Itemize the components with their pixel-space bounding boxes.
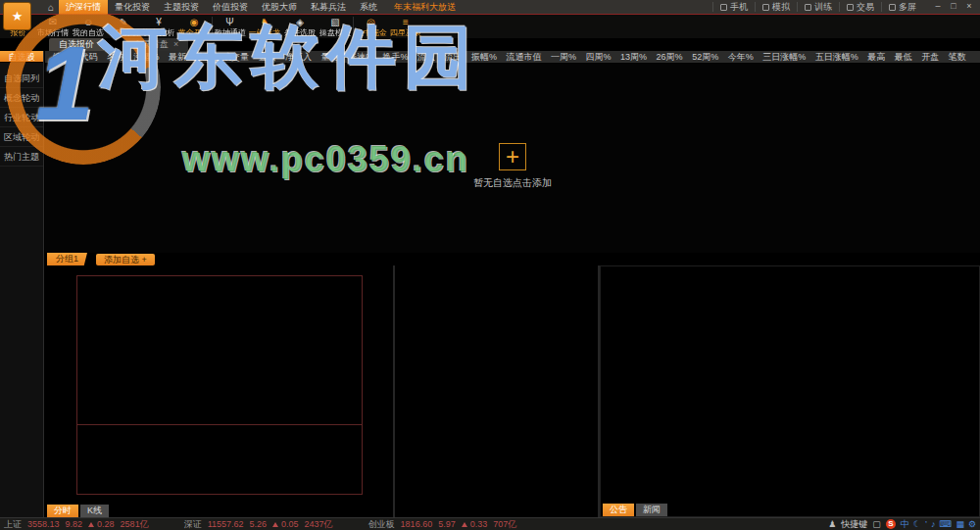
toolbar-button[interactable]: ◉ 黄金买点	[176, 17, 212, 38]
tray-app-icon[interactable]: ♟	[828, 519, 836, 529]
column-header[interactable]: 成交量	[222, 51, 249, 63]
toolbar-button[interactable]: ✎ 个股分析	[106, 17, 141, 38]
quick-link[interactable]: 模拟	[755, 2, 797, 12]
menu-item[interactable]: 系统	[353, 0, 384, 14]
menu-item-label: 量化投资	[115, 2, 150, 12]
maximize-button[interactable]: □	[947, 1, 960, 13]
ime-keyboard-icon[interactable]: ⌨	[939, 519, 952, 529]
price-chart-frame	[76, 275, 363, 495]
menu-item[interactable]: 沪深行情	[59, 0, 108, 14]
column-header[interactable]: 52周%	[692, 51, 718, 63]
column-header[interactable]: 涨跌	[196, 51, 214, 63]
sidebar-item[interactable]: 区域轮动	[0, 127, 43, 147]
column-header[interactable]: 流出	[445, 51, 463, 63]
quick-link[interactable]: 训练	[797, 2, 839, 12]
dragon-hunt-icon: ♞	[261, 17, 270, 27]
home-icon[interactable]: ⌂	[43, 2, 59, 13]
column-header[interactable]: 三日涨幅%	[762, 51, 806, 63]
index-quote[interactable]: 上证 3558.13 9.82 0.28 2581亿	[4, 518, 149, 530]
sidebar-item-label: 自选同列	[4, 73, 39, 83]
menu-item[interactable]: 价值投资	[206, 0, 255, 14]
column-header[interactable]: 开盘	[921, 51, 939, 63]
chart-tab[interactable]: 分时	[47, 505, 78, 517]
column-header[interactable]: 换手%	[383, 51, 409, 63]
add-favorite-button[interactable]: 添加自选 +	[96, 254, 155, 265]
column-header[interactable]: 26周%	[657, 51, 683, 63]
index-change: 5.97	[438, 519, 456, 529]
menu-item[interactable]: 优股大师	[255, 0, 304, 14]
ime-punctuation-icon[interactable]: ’	[925, 519, 927, 529]
menu-item[interactable]: 主题投资	[157, 0, 206, 14]
sidebar-item[interactable]: 行业轮动	[0, 108, 43, 127]
menu-item[interactable]: 量化投资	[108, 0, 157, 14]
column-header[interactable]: 代码	[80, 51, 98, 63]
news-tab[interactable]: 公告	[603, 504, 634, 516]
column-header[interactable]: 振幅%	[471, 51, 497, 63]
column-header[interactable]: 净流入	[285, 51, 312, 63]
document-icon[interactable]: ▢	[872, 519, 881, 529]
column-header[interactable]: 最低	[895, 51, 912, 63]
ime-settings-icon[interactable]: ⚙	[968, 519, 976, 529]
index-quote[interactable]: 创业板 1816.60 5.97 0.33 707亿	[368, 518, 517, 530]
view-tab[interactable]: 全景看盘 ×	[123, 38, 188, 51]
shortcut-key-label[interactable]: 快捷键	[841, 518, 867, 530]
toolbar-button[interactable]: ✉ 市场行情	[35, 17, 71, 38]
index-quote[interactable]: 深证 11557.62 5.26 0.05 2437亿	[184, 518, 333, 530]
view-tab[interactable]: 自选报价 ×	[49, 38, 104, 51]
news-tab[interactable]: 新闻	[636, 504, 667, 516]
toolbar-button[interactable]: ▧ 操盘模型	[318, 17, 353, 38]
column-header[interactable]: 最新	[169, 51, 186, 63]
ime-lang-icon[interactable]: 中	[901, 519, 909, 529]
ime-voice-icon[interactable]: ♪	[931, 519, 936, 529]
column-header[interactable]: 笔数	[949, 51, 966, 63]
phone-icon	[720, 4, 727, 11]
sogou-ime-icon[interactable]: S	[886, 519, 896, 529]
sidebar-item[interactable]: 热门主题	[0, 147, 43, 167]
sidebar-item[interactable]: 自选同列	[0, 69, 43, 88]
column-header[interactable]: 金额	[259, 51, 276, 63]
toolbar-button[interactable]: ◎ 盘中掘金	[353, 17, 388, 38]
sidebar-item[interactable]: 自选股	[0, 51, 43, 63]
index-name: 上证	[4, 518, 22, 530]
promo-banner[interactable]: 年末福利大放送	[394, 1, 456, 14]
chart-tab[interactable]: K线	[80, 505, 109, 517]
column-header[interactable]: 一周%	[551, 51, 576, 63]
tab-close-icon[interactable]: ×	[173, 38, 178, 51]
up-arrow-icon	[462, 522, 467, 527]
column-header[interactable]: 涨速%	[348, 51, 373, 63]
close-button[interactable]: ×	[962, 1, 976, 13]
column-header[interactable]: 名称	[107, 51, 124, 63]
group-tab[interactable]: 分组1	[47, 253, 87, 265]
column-header[interactable]: 五日涨幅%	[815, 51, 858, 63]
ime-halfwidth-icon[interactable]: ☾	[913, 519, 921, 529]
toolbar-button[interactable]: ≡ 四星决策	[388, 17, 423, 38]
column-header[interactable]: 今年%	[728, 51, 754, 63]
ime-toolbox-icon[interactable]: ▦	[956, 519, 964, 529]
column-header[interactable]: 编辑	[53, 51, 71, 63]
toolbar-button-label: 盘中掘金	[355, 27, 386, 37]
index-change-percent: 0.28	[97, 519, 115, 529]
column-header[interactable]: 13周%	[620, 51, 647, 63]
quick-link[interactable]: 手机	[712, 2, 755, 12]
column-header[interactable]: 量比	[321, 51, 339, 63]
app-logo-icon[interactable]: ★	[3, 2, 31, 30]
quick-link-label: 模拟	[772, 1, 790, 14]
add-stock-button[interactable]: +	[499, 143, 526, 170]
toolbar-button[interactable]: ¥ 资金分析	[141, 17, 176, 38]
quick-link[interactable]: 交易	[839, 2, 881, 12]
menu-item[interactable]: 私募兵法	[304, 0, 353, 14]
menu-item-label: 系统	[360, 2, 377, 12]
column-header[interactable]: 流入	[417, 51, 435, 63]
toolbar-button[interactable]: ☺ 我的自选	[71, 17, 106, 38]
toolbar-button[interactable]: ◈ 条件选股	[282, 17, 318, 38]
sidebar-item[interactable]: 概念轮动	[0, 88, 43, 108]
toolbar-button[interactable]: ♞ 一键猎龙	[247, 17, 282, 38]
quick-link[interactable]: 多屏	[881, 2, 923, 12]
toolbar-button[interactable]: Ψ 乾坤通道	[212, 17, 247, 38]
column-header[interactable]: 四周%	[586, 51, 612, 63]
minimize-button[interactable]: –	[931, 1, 945, 13]
column-header[interactable]: 流通市值	[507, 51, 542, 63]
news-panel: 公告 新闻	[600, 265, 980, 517]
column-header[interactable]: 最高	[867, 51, 885, 63]
column-header[interactable]: 涨幅%	[134, 51, 160, 63]
